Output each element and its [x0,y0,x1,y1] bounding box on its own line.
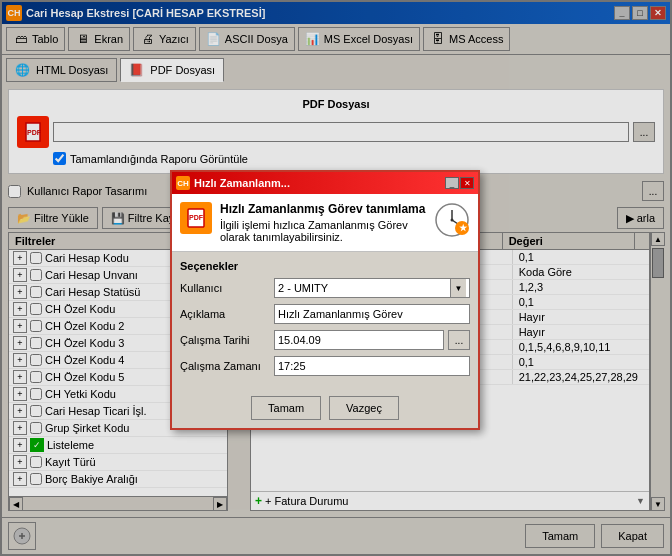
modal-close-button[interactable]: ✕ [460,177,474,189]
aciklama-label: Açıklama [180,308,270,320]
modal-header-content: Hızlı Zamanlanmış Görev tanımlama İlgili… [220,202,425,243]
kullanici-dropdown-arrow[interactable]: ▼ [450,279,466,297]
modal-footer: Tamam Vazgeç [172,390,478,428]
svg-text:★: ★ [459,223,468,233]
kullanici-select[interactable]: 2 - UMITY ▼ [274,278,470,298]
svg-point-8 [451,219,454,222]
kullanici-row: Kullanıcı 2 - UMITY ▼ [180,278,470,298]
modal-tamam-button[interactable]: Tamam [251,396,321,420]
modal-title-bar: CH Hızlı Zamanlanm... _ ✕ [172,172,478,194]
calisma-tarihi-label: Çalışma Tarihi [180,334,270,346]
aciklama-row: Açıklama [180,304,470,324]
calisma-zamani-row: Çalışma Zamanı [180,356,470,376]
modal-header-title: Hızlı Zamanlanmış Görev tanımlama [220,202,425,216]
svg-text:PDF: PDF [189,214,204,221]
modal-overlay: CH Hızlı Zamanlanm... _ ✕ PDF Hızlı Zama… [0,0,672,556]
calisma-tarihi-browse-button[interactable]: ... [448,330,470,350]
clock-icon-area: ★ [434,202,470,240]
modal-title-text: Hızlı Zamanlanm... [194,177,445,189]
modal-title-buttons: _ ✕ [445,177,474,189]
modal-title-icon: CH [176,176,190,190]
modal-body: Seçenekler Kullanıcı 2 - UMITY ▼ Açıklam… [172,252,478,390]
modal-section-title: Seçenekler [180,260,470,272]
calisma-zamani-input[interactable] [274,356,470,376]
modal-header: PDF Hızlı Zamanlanmış Görev tanımlama İl… [172,194,478,252]
calisma-tarihi-input[interactable] [274,330,444,350]
modal-header-desc: İlgili işlemi hızlıca Zamanlanmış Görevo… [220,219,425,243]
modal-dialog: CH Hızlı Zamanlanm... _ ✕ PDF Hızlı Zama… [170,170,480,430]
aciklama-input[interactable] [274,304,470,324]
modal-header-icon: PDF [180,202,212,234]
kullanici-value: 2 - UMITY [278,282,450,294]
calisma-tarihi-row: Çalışma Tarihi ... [180,330,470,350]
modal-vazgec-button[interactable]: Vazgeç [329,396,399,420]
modal-minimize-button[interactable]: _ [445,177,459,189]
kullanici-label: Kullanıcı [180,282,270,294]
calisma-zamani-label: Çalışma Zamanı [180,360,270,372]
